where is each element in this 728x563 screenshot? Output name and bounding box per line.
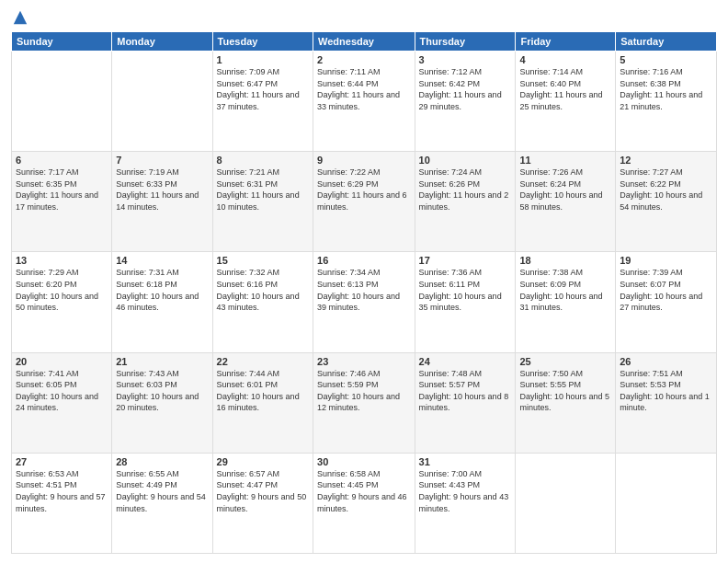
day-number: 26 bbox=[620, 356, 712, 367]
calendar-cell: 8Sunrise: 7:21 AM Sunset: 6:31 PM Daylig… bbox=[212, 152, 313, 252]
day-number: 18 bbox=[519, 255, 611, 266]
calendar-cell: 18Sunrise: 7:38 AM Sunset: 6:09 PM Dayli… bbox=[516, 252, 616, 352]
calendar-cell: 5Sunrise: 7:16 AM Sunset: 6:38 PM Daylig… bbox=[616, 52, 717, 152]
calendar-cell: 19Sunrise: 7:39 AM Sunset: 6:07 PM Dayli… bbox=[616, 252, 717, 352]
day-info: Sunrise: 7:38 AM Sunset: 6:09 PM Dayligh… bbox=[519, 267, 611, 313]
weekday-header-friday: Friday bbox=[516, 32, 616, 52]
week-row-3: 13Sunrise: 7:29 AM Sunset: 6:20 PM Dayli… bbox=[12, 252, 717, 352]
day-number: 23 bbox=[317, 356, 411, 367]
day-info: Sunrise: 7:27 AM Sunset: 6:22 PM Dayligh… bbox=[620, 167, 712, 213]
day-number: 12 bbox=[620, 155, 712, 166]
weekday-header-thursday: Thursday bbox=[415, 32, 516, 52]
day-info: Sunrise: 7:11 AM Sunset: 6:44 PM Dayligh… bbox=[317, 66, 411, 112]
calendar-cell bbox=[112, 52, 212, 152]
calendar-cell: 22Sunrise: 7:44 AM Sunset: 6:01 PM Dayli… bbox=[212, 352, 313, 453]
day-info: Sunrise: 7:17 AM Sunset: 6:35 PM Dayligh… bbox=[16, 167, 108, 213]
day-number: 15 bbox=[217, 255, 309, 266]
calendar-cell: 17Sunrise: 7:36 AM Sunset: 6:11 PM Dayli… bbox=[415, 252, 516, 352]
day-number: 7 bbox=[116, 155, 208, 166]
calendar-cell bbox=[516, 453, 616, 553]
day-number: 25 bbox=[519, 356, 611, 367]
day-number: 19 bbox=[620, 255, 712, 266]
day-info: Sunrise: 7:46 AM Sunset: 5:59 PM Dayligh… bbox=[317, 368, 411, 414]
day-info: Sunrise: 6:58 AM Sunset: 4:45 PM Dayligh… bbox=[317, 468, 411, 514]
weekday-header-tuesday: Tuesday bbox=[212, 32, 313, 52]
calendar-cell: 25Sunrise: 7:50 AM Sunset: 5:55 PM Dayli… bbox=[516, 352, 616, 453]
day-number: 28 bbox=[116, 456, 208, 467]
calendar-cell: 27Sunrise: 6:53 AM Sunset: 4:51 PM Dayli… bbox=[12, 453, 112, 553]
weekday-header-sunday: Sunday bbox=[12, 32, 112, 52]
day-number: 1 bbox=[217, 54, 309, 65]
calendar-cell: 16Sunrise: 7:34 AM Sunset: 6:13 PM Dayli… bbox=[313, 252, 415, 352]
logo-text bbox=[11, 9, 29, 26]
day-number: 31 bbox=[419, 456, 512, 467]
day-number: 24 bbox=[419, 356, 512, 367]
day-info: Sunrise: 7:41 AM Sunset: 6:05 PM Dayligh… bbox=[16, 368, 108, 414]
day-number: 2 bbox=[317, 54, 411, 65]
calendar-cell: 3Sunrise: 7:12 AM Sunset: 6:42 PM Daylig… bbox=[415, 52, 516, 152]
weekday-header-saturday: Saturday bbox=[616, 32, 717, 52]
svg-marker-0 bbox=[14, 11, 27, 24]
calendar-cell: 9Sunrise: 7:22 AM Sunset: 6:29 PM Daylig… bbox=[313, 152, 415, 252]
calendar-cell: 23Sunrise: 7:46 AM Sunset: 5:59 PM Dayli… bbox=[313, 352, 415, 453]
calendar-cell: 24Sunrise: 7:48 AM Sunset: 5:57 PM Dayli… bbox=[415, 352, 516, 453]
calendar-cell: 30Sunrise: 6:58 AM Sunset: 4:45 PM Dayli… bbox=[313, 453, 415, 553]
day-info: Sunrise: 7:16 AM Sunset: 6:38 PM Dayligh… bbox=[620, 66, 712, 112]
day-info: Sunrise: 7:12 AM Sunset: 6:42 PM Dayligh… bbox=[419, 66, 512, 112]
calendar-cell: 29Sunrise: 6:57 AM Sunset: 4:47 PM Dayli… bbox=[212, 453, 313, 553]
day-info: Sunrise: 7:31 AM Sunset: 6:18 PM Dayligh… bbox=[116, 267, 208, 313]
day-number: 5 bbox=[620, 54, 712, 65]
day-info: Sunrise: 6:55 AM Sunset: 4:49 PM Dayligh… bbox=[116, 468, 208, 514]
day-info: Sunrise: 7:00 AM Sunset: 4:43 PM Dayligh… bbox=[419, 468, 512, 514]
day-info: Sunrise: 7:48 AM Sunset: 5:57 PM Dayligh… bbox=[419, 368, 512, 414]
day-info: Sunrise: 7:50 AM Sunset: 5:55 PM Dayligh… bbox=[519, 368, 611, 414]
calendar-cell: 15Sunrise: 7:32 AM Sunset: 6:16 PM Dayli… bbox=[212, 252, 313, 352]
day-info: Sunrise: 7:44 AM Sunset: 6:01 PM Dayligh… bbox=[217, 368, 309, 414]
day-info: Sunrise: 7:51 AM Sunset: 5:53 PM Dayligh… bbox=[620, 368, 712, 414]
day-number: 13 bbox=[16, 255, 108, 266]
day-number: 8 bbox=[217, 155, 309, 166]
calendar-cell: 28Sunrise: 6:55 AM Sunset: 4:49 PM Dayli… bbox=[112, 453, 212, 553]
calendar-cell: 21Sunrise: 7:43 AM Sunset: 6:03 PM Dayli… bbox=[112, 352, 212, 453]
day-number: 11 bbox=[519, 155, 611, 166]
calendar-cell: 2Sunrise: 7:11 AM Sunset: 6:44 PM Daylig… bbox=[313, 52, 415, 152]
day-number: 20 bbox=[16, 356, 108, 367]
day-number: 22 bbox=[217, 356, 309, 367]
week-row-2: 6Sunrise: 7:17 AM Sunset: 6:35 PM Daylig… bbox=[12, 152, 717, 252]
calendar-cell: 31Sunrise: 7:00 AM Sunset: 4:43 PM Dayli… bbox=[415, 453, 516, 553]
calendar-cell: 1Sunrise: 7:09 AM Sunset: 6:47 PM Daylig… bbox=[212, 52, 313, 152]
day-number: 16 bbox=[317, 255, 411, 266]
day-number: 21 bbox=[116, 356, 208, 367]
weekday-header-monday: Monday bbox=[112, 32, 212, 52]
day-number: 4 bbox=[519, 54, 611, 65]
logo bbox=[11, 9, 29, 26]
day-info: Sunrise: 7:22 AM Sunset: 6:29 PM Dayligh… bbox=[317, 167, 411, 213]
day-info: Sunrise: 7:21 AM Sunset: 6:31 PM Dayligh… bbox=[217, 167, 309, 213]
day-number: 9 bbox=[317, 155, 411, 166]
calendar-cell: 7Sunrise: 7:19 AM Sunset: 6:33 PM Daylig… bbox=[112, 152, 212, 252]
calendar-cell: 20Sunrise: 7:41 AM Sunset: 6:05 PM Dayli… bbox=[12, 352, 112, 453]
calendar-cell: 4Sunrise: 7:14 AM Sunset: 6:40 PM Daylig… bbox=[516, 52, 616, 152]
week-row-5: 27Sunrise: 6:53 AM Sunset: 4:51 PM Dayli… bbox=[12, 453, 717, 553]
calendar-cell: 11Sunrise: 7:26 AM Sunset: 6:24 PM Dayli… bbox=[516, 152, 616, 252]
calendar-cell: 10Sunrise: 7:24 AM Sunset: 6:26 PM Dayli… bbox=[415, 152, 516, 252]
week-row-1: 1Sunrise: 7:09 AM Sunset: 6:47 PM Daylig… bbox=[12, 52, 717, 152]
day-info: Sunrise: 7:43 AM Sunset: 6:03 PM Dayligh… bbox=[116, 368, 208, 414]
calendar-cell: 14Sunrise: 7:31 AM Sunset: 6:18 PM Dayli… bbox=[112, 252, 212, 352]
day-info: Sunrise: 6:57 AM Sunset: 4:47 PM Dayligh… bbox=[217, 468, 309, 514]
day-info: Sunrise: 7:34 AM Sunset: 6:13 PM Dayligh… bbox=[317, 267, 411, 313]
day-number: 10 bbox=[419, 155, 512, 166]
day-info: Sunrise: 7:26 AM Sunset: 6:24 PM Dayligh… bbox=[519, 167, 611, 213]
day-number: 27 bbox=[16, 456, 108, 467]
calendar-cell: 26Sunrise: 7:51 AM Sunset: 5:53 PM Dayli… bbox=[616, 352, 717, 453]
day-info: Sunrise: 7:24 AM Sunset: 6:26 PM Dayligh… bbox=[419, 167, 512, 213]
calendar-cell bbox=[12, 52, 112, 152]
day-info: Sunrise: 7:32 AM Sunset: 6:16 PM Dayligh… bbox=[217, 267, 309, 313]
calendar-cell: 13Sunrise: 7:29 AM Sunset: 6:20 PM Dayli… bbox=[12, 252, 112, 352]
day-info: Sunrise: 7:36 AM Sunset: 6:11 PM Dayligh… bbox=[419, 267, 512, 313]
calendar-table: SundayMondayTuesdayWednesdayThursdayFrid… bbox=[11, 31, 717, 554]
calendar-cell: 12Sunrise: 7:27 AM Sunset: 6:22 PM Dayli… bbox=[616, 152, 717, 252]
page: SundayMondayTuesdayWednesdayThursdayFrid… bbox=[0, 0, 728, 563]
day-number: 14 bbox=[116, 255, 208, 266]
day-number: 3 bbox=[419, 54, 512, 65]
